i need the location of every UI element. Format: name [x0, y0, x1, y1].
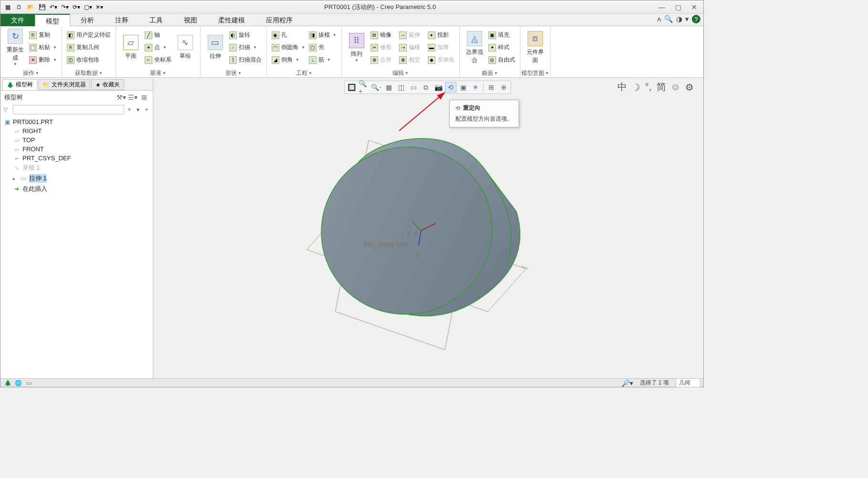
- pattern-button[interactable]: ⠿阵列▼: [345, 32, 369, 63]
- tab-analysis[interactable]: 分析: [70, 14, 105, 26]
- udf-button[interactable]: ◧用户定义特征: [65, 30, 113, 41]
- saved-views-icon[interactable]: ▭: [408, 82, 419, 93]
- save-icon[interactable]: 💾: [37, 2, 47, 12]
- sidebar-tab-folders[interactable]: 📁文件夹浏览器: [38, 79, 90, 90]
- gear-icon[interactable]: ⚙: [685, 82, 694, 93]
- minimize-button[interactable]: —: [656, 2, 668, 12]
- search-commands-icon[interactable]: 🔍: [664, 15, 673, 23]
- reorient-icon[interactable]: ⟲: [445, 82, 456, 93]
- copy-button[interactable]: ⎘复制: [27, 30, 59, 41]
- display-style-icon[interactable]: ◫: [395, 82, 407, 93]
- view-manager-icon[interactable]: ⧉: [420, 82, 432, 93]
- project-button[interactable]: ▾投影: [426, 30, 456, 41]
- tree-filter-input[interactable]: [13, 105, 124, 114]
- new-icon[interactable]: 🗋: [14, 2, 24, 12]
- freestyle-button[interactable]: ◎自由式: [487, 54, 517, 66]
- tree-columns-icon[interactable]: ⊞: [139, 93, 149, 102]
- undo-icon[interactable]: ↶▾: [48, 2, 59, 12]
- windows-icon[interactable]: ▢▾: [83, 2, 93, 12]
- shell-button[interactable]: ▢壳: [307, 42, 339, 53]
- zoom-in-icon[interactable]: 🔍+: [358, 82, 370, 93]
- collapse-ribbon-icon[interactable]: ʌ: [657, 15, 661, 23]
- capture-icon[interactable]: 📷: [433, 82, 444, 93]
- revolve-button[interactable]: ◐旋转: [227, 30, 264, 41]
- sweep-button[interactable]: ⟋扫描▼: [227, 42, 264, 53]
- thicken-button[interactable]: ▬加厚: [426, 42, 456, 53]
- extend-button[interactable]: →延伸: [397, 30, 426, 41]
- tab-annotate[interactable]: 注释: [105, 14, 139, 26]
- app-icon[interactable]: ▦: [2, 2, 13, 12]
- smiley-icon[interactable]: ☺: [671, 82, 680, 93]
- fill-button[interactable]: ▣填充: [487, 30, 517, 41]
- tree-root[interactable]: ▣ PRT0001.PRT: [1, 117, 152, 126]
- viewport[interactable]: y x z PRT_CSYS_DEF 🔲 🔍+ 🔍- ▦ ◫ ▭ ⧉ 📷 ⟲ ▣…: [153, 78, 703, 378]
- style-button[interactable]: ✦样式: [487, 42, 517, 53]
- rib-button[interactable]: ⟂筋▼: [307, 54, 339, 66]
- sketch-button[interactable]: ∿草绘: [173, 34, 197, 61]
- solidify-button[interactable]: ◆实体化: [426, 54, 456, 66]
- round-button[interactable]: ◠倒圆角▼: [270, 42, 307, 53]
- intersect-button[interactable]: ⊗相交: [397, 54, 426, 66]
- close-win-icon[interactable]: ✕▾: [94, 2, 105, 12]
- tree-settings-icon[interactable]: ⚒▾: [116, 93, 126, 102]
- draft-button[interactable]: ◨拔模▼: [307, 30, 339, 41]
- help-icon[interactable]: ?: [692, 15, 700, 23]
- paste-button[interactable]: 📋粘贴▼: [27, 42, 59, 53]
- annotations-icon[interactable]: ✳: [470, 82, 481, 93]
- learning-icon[interactable]: ◑: [676, 15, 682, 23]
- extrude-button[interactable]: ▭拉伸: [203, 34, 227, 61]
- open-icon[interactable]: 📂: [25, 2, 36, 12]
- regen-icon[interactable]: ⟳▾: [71, 2, 82, 12]
- tab-file[interactable]: 文件: [0, 14, 35, 26]
- tab-view[interactable]: 视图: [173, 14, 208, 26]
- zhong-icon[interactable]: 中: [617, 81, 627, 94]
- trim-button[interactable]: ✂修剪: [369, 42, 397, 53]
- filter-icon[interactable]: ▽: [3, 106, 11, 113]
- close-button[interactable]: ✕: [688, 2, 700, 12]
- component-interface-button[interactable]: ⧈元件界面: [523, 30, 547, 65]
- hole-button[interactable]: ◉孔: [270, 30, 307, 41]
- merge-button[interactable]: ⊕合并: [369, 54, 397, 66]
- simplified-icon[interactable]: 简: [656, 81, 666, 94]
- maximize-button[interactable]: ▢: [672, 2, 684, 12]
- plane-button[interactable]: ▱平面: [119, 34, 143, 61]
- find-icon[interactable]: 🔎▾: [622, 379, 633, 387]
- delete-button[interactable]: ✕删除▼: [27, 54, 59, 66]
- redo-icon[interactable]: ↷▾: [60, 2, 70, 12]
- tree-display-icon[interactable]: ☰▾: [128, 93, 138, 102]
- tab-app[interactable]: 应用程序: [255, 14, 303, 26]
- perspective-icon[interactable]: ▣: [457, 82, 469, 93]
- regenerate-button[interactable]: ↻ 重新生成 ▼: [3, 28, 27, 67]
- csys-button[interactable]: ⌐坐标系: [143, 54, 173, 66]
- tree-node-csys[interactable]: ⌐PRT_CSYS_DEF: [1, 154, 152, 163]
- sb-browser-icon[interactable]: 🌐: [14, 380, 22, 386]
- sidebar-tab-favorites[interactable]: ★收藏夹: [91, 79, 124, 90]
- axis-button[interactable]: ╱轴: [143, 30, 173, 41]
- point-button[interactable]: ✶点▼: [143, 42, 173, 53]
- filter-clear-icon[interactable]: ×: [126, 106, 133, 113]
- shrinkwrap-button[interactable]: ◫收缩包络: [65, 54, 113, 66]
- expand-icon[interactable]: ▸: [13, 176, 18, 181]
- refit-icon[interactable]: 🔲: [346, 82, 357, 93]
- chamfer-button[interactable]: ◢倒角▼: [270, 54, 307, 66]
- filter-label[interactable]: 几何: [676, 378, 700, 387]
- model-canvas[interactable]: y x z PRT_CSYS_DEF: [153, 78, 703, 378]
- tab-flex[interactable]: 柔性建模: [208, 14, 255, 26]
- repaint-icon[interactable]: ▦: [383, 82, 394, 93]
- sidebar-tab-modeltree[interactable]: 🌲模型树: [2, 79, 37, 90]
- datum-display-icon[interactable]: ⊞: [486, 82, 497, 93]
- comma-icon[interactable]: °,: [645, 82, 652, 93]
- sweep-blend-button[interactable]: ⟆扫描混合: [227, 54, 264, 66]
- tree-node-sketch1[interactable]: ∿草绘 1: [1, 163, 152, 173]
- sb-layers-icon[interactable]: ▭: [24, 380, 33, 386]
- sb-tree-icon[interactable]: 🌲: [3, 380, 12, 386]
- learning-dd-icon[interactable]: ▾: [685, 15, 689, 23]
- spin-center-icon[interactable]: ⊕: [498, 82, 509, 93]
- zoom-out-icon[interactable]: 🔍-: [370, 82, 382, 93]
- copy-geom-button[interactable]: ⎘复制几何: [65, 42, 113, 53]
- tree-node-insert-here[interactable]: ➜在此插入: [1, 184, 152, 194]
- filter-dd-icon[interactable]: ▾: [135, 106, 141, 113]
- mirror-button[interactable]: ⧉镜像: [369, 30, 397, 41]
- filter-add-icon[interactable]: +: [143, 106, 150, 113]
- tree-node-top[interactable]: ▱TOP: [1, 135, 152, 145]
